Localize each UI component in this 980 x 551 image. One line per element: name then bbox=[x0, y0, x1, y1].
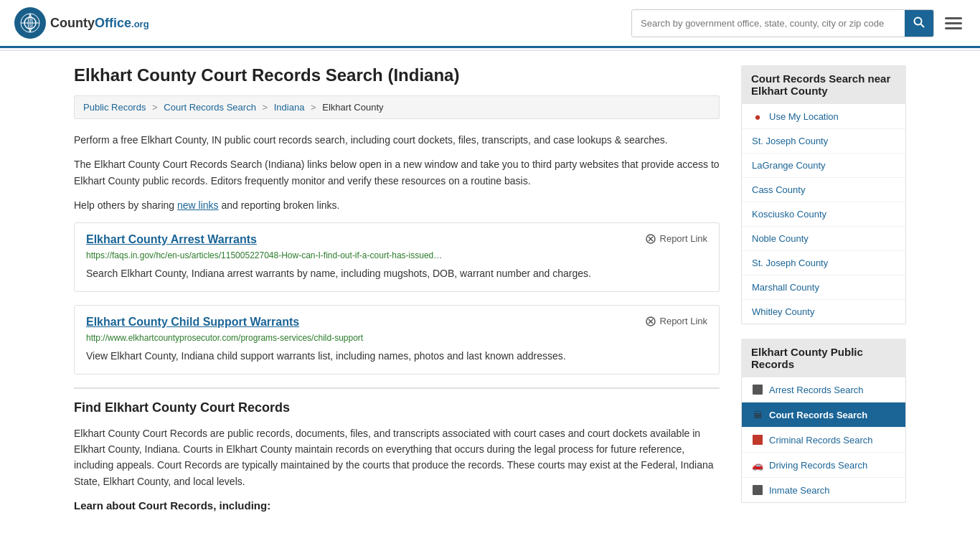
search-bar bbox=[631, 9, 934, 37]
breadcrumb-public-records[interactable]: Public Records bbox=[83, 102, 146, 113]
dark-sq-icon bbox=[752, 384, 763, 395]
breadcrumb-sep-2: > bbox=[263, 102, 268, 113]
nearby-link-6[interactable]: St. Joseph County bbox=[752, 258, 828, 268]
search-button[interactable] bbox=[905, 10, 933, 37]
nearby-link-4[interactable]: Kosciusko County bbox=[752, 209, 826, 220]
record-url-0[interactable]: https://faqs.in.gov/hc/en-us/articles/11… bbox=[86, 250, 707, 260]
record-url-1[interactable]: http://www.elkhartcountyprosecutor.com/p… bbox=[86, 333, 707, 343]
sidebar-nearby-list: ●Use My LocationSt. Joseph CountyLaGrang… bbox=[741, 104, 906, 324]
record-card-header-0: Elkhart County Arrest Warrants Report Li… bbox=[86, 233, 707, 246]
sidebar-public-section: Elkhart County Public Records Arrest Rec… bbox=[741, 339, 906, 503]
record-title-1[interactable]: Elkhart County Child Support Warrants bbox=[86, 316, 299, 329]
sidebar-nearby-item-6[interactable]: St. Joseph County bbox=[742, 251, 905, 276]
desc3-pre: Help others by sharing bbox=[74, 199, 177, 211]
record-cards-container: Elkhart County Arrest Warrants Report Li… bbox=[74, 222, 720, 375]
red-sq-icon bbox=[752, 434, 763, 446]
page-title: Elkhart County Court Records Search (Ind… bbox=[74, 65, 720, 85]
record-card-header-1: Elkhart County Child Support Warrants Re… bbox=[86, 316, 707, 329]
sidebar-nearby-title: Court Records Search near Elkhart County bbox=[741, 65, 906, 104]
sidebar-nearby-item-2[interactable]: LaGrange County bbox=[742, 154, 905, 178]
header-search-area bbox=[631, 9, 966, 37]
dark-sq-icon bbox=[752, 484, 763, 496]
sidebar: Court Records Search near Elkhart County… bbox=[741, 65, 906, 517]
logo[interactable]: CountyOffice.org bbox=[14, 7, 149, 39]
breadcrumb-current: Elkhart County bbox=[322, 102, 383, 113]
nearby-link-2[interactable]: LaGrange County bbox=[752, 160, 826, 171]
record-desc-0: Search Elkhart County, Indiana arrest wa… bbox=[86, 266, 707, 281]
sidebar-public-item-2[interactable]: Criminal Records Search bbox=[742, 428, 905, 453]
hamburger-menu-button[interactable] bbox=[941, 14, 966, 33]
breadcrumb-sep-3: > bbox=[311, 102, 316, 113]
public-link-0[interactable]: Arrest Records Search bbox=[769, 385, 864, 395]
breadcrumb-sep-1: > bbox=[152, 102, 158, 113]
new-links-link[interactable]: new links bbox=[177, 199, 219, 211]
sidebar-nearby-item-5[interactable]: Noble County bbox=[742, 227, 905, 251]
record-card-0: Elkhart County Arrest Warrants Report Li… bbox=[74, 222, 720, 292]
logo-icon bbox=[14, 7, 46, 39]
location-icon: ● bbox=[752, 110, 763, 122]
public-link-2[interactable]: Criminal Records Search bbox=[769, 435, 873, 446]
public-link-4[interactable]: Inmate Search bbox=[769, 485, 830, 496]
desc3-post: and reporting broken links. bbox=[219, 199, 340, 211]
description-2: The Elkhart County Court Records Search … bbox=[74, 156, 720, 189]
sidebar-public-item-1[interactable]: 🏛Court Records Search bbox=[742, 402, 905, 428]
site-header: CountyOffice.org bbox=[0, 0, 980, 48]
nearby-link-0[interactable]: Use My Location bbox=[769, 111, 839, 122]
sidebar-nearby-item-3[interactable]: Cass County bbox=[742, 178, 905, 202]
public-link-1[interactable]: Court Records Search bbox=[769, 410, 867, 420]
report-link-0[interactable]: Report Link bbox=[645, 233, 707, 245]
sidebar-nearby-section: Court Records Search near Elkhart County… bbox=[741, 65, 906, 324]
sidebar-nearby-item-8[interactable]: Whitley County bbox=[742, 300, 905, 324]
sidebar-public-title: Elkhart County Public Records bbox=[741, 339, 906, 377]
record-card-1: Elkhart County Child Support Warrants Re… bbox=[74, 305, 720, 375]
sidebar-public-list: Arrest Records Search🏛Court Records Sear… bbox=[741, 377, 906, 503]
breadcrumb-indiana[interactable]: Indiana bbox=[274, 102, 305, 113]
court-icon: 🏛 bbox=[752, 409, 763, 420]
logo-name: CountyOffice.org bbox=[50, 16, 149, 30]
car-icon: 🚗 bbox=[752, 459, 763, 471]
nearby-link-1[interactable]: St. Joseph County bbox=[752, 136, 828, 146]
learn-heading: Learn about Court Records, including: bbox=[74, 499, 720, 512]
find-section-heading: Find Elkhart County Court Records bbox=[74, 387, 720, 415]
sidebar-nearby-item-4[interactable]: Kosciusko County bbox=[742, 202, 905, 227]
breadcrumb: Public Records > Court Records Search > … bbox=[74, 95, 720, 119]
sidebar-public-item-4[interactable]: Inmate Search bbox=[742, 478, 905, 502]
nearby-link-3[interactable]: Cass County bbox=[752, 184, 805, 195]
sidebar-public-item-3[interactable]: 🚗Driving Records Search bbox=[742, 453, 905, 478]
report-link-1[interactable]: Report Link bbox=[645, 316, 707, 327]
description-1: Perform a free Elkhart County, IN public… bbox=[74, 132, 720, 148]
sidebar-public-item-0[interactable]: Arrest Records Search bbox=[742, 377, 905, 402]
content-area: Elkhart County Court Records Search (Ind… bbox=[74, 65, 720, 517]
nearby-link-8[interactable]: Whitley County bbox=[752, 306, 814, 317]
sidebar-nearby-item-0[interactable]: ●Use My Location bbox=[742, 104, 905, 129]
nearby-link-7[interactable]: Marshall County bbox=[752, 282, 819, 293]
record-desc-1: View Elkhart County, Indiana child suppo… bbox=[86, 349, 707, 364]
record-title-0[interactable]: Elkhart County Arrest Warrants bbox=[86, 233, 257, 246]
sidebar-nearby-item-1[interactable]: St. Joseph County bbox=[742, 129, 905, 154]
breadcrumb-court-records-search[interactable]: Court Records Search bbox=[164, 102, 256, 113]
description-3: Help others by sharing new links and rep… bbox=[74, 197, 720, 213]
public-link-3[interactable]: Driving Records Search bbox=[769, 460, 867, 471]
svg-line-5 bbox=[921, 24, 925, 27]
sidebar-nearby-item-7[interactable]: Marshall County bbox=[742, 276, 905, 300]
main-container: Elkhart County Court Records Search (Ind… bbox=[60, 51, 920, 532]
find-section-body: Elkhart County Court Records are public … bbox=[74, 425, 720, 490]
nearby-link-5[interactable]: Noble County bbox=[752, 233, 809, 244]
svg-point-4 bbox=[915, 17, 922, 24]
search-input[interactable] bbox=[632, 12, 905, 34]
